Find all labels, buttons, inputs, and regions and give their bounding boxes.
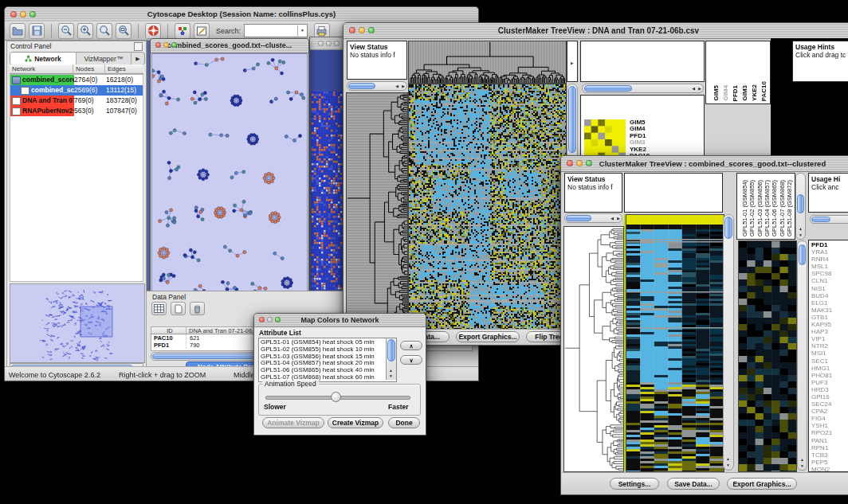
annotation-button[interactable] [194,23,210,39]
scroll-up-icon[interactable]: ▲ [800,458,804,462]
scroll-down-icon[interactable]: ▼ [800,464,804,468]
gene-label[interactable]: PEP5 [811,459,848,466]
gene-label[interactable]: PFD1 [811,241,848,248]
scroll-down-icon[interactable]: ▼ [799,233,803,237]
column-label[interactable]: GPL51-08 (GSM872) [786,180,793,236]
gene-label[interactable]: GPI16 [811,393,848,400]
gene-label[interactable]: CLN1 [811,277,848,284]
minimize-icon[interactable] [20,11,26,18]
tv2-zoom-heatmap[interactable] [738,240,797,472]
id-column-header[interactable]: ID [151,327,186,334]
tv1-heatmap[interactable] [408,84,567,330]
scroll-right-icon[interactable]: ▶ [698,87,701,91]
gene-label[interactable]: HRD3 [811,386,848,393]
attribute-list-item[interactable]: GPL51-01 (GSM854) heat shock 05 min [261,339,385,346]
speed-slider-thumb[interactable] [331,392,341,402]
close-icon[interactable] [10,11,17,18]
save-data-button[interactable]: Save Data... [667,478,720,490]
zoom-window-icon[interactable] [29,11,36,18]
network-list-row[interactable]: combined_scores2764(0)16218(0) [10,75,143,85]
attribute-list-item[interactable]: GPL51-06 (GSM865) heat shock 40 min [261,367,385,374]
column-label[interactable]: GIM3 [741,85,748,101]
scroll-left-icon[interactable]: ◀ [692,87,695,91]
chevron-right-icon[interactable]: ▶ [571,59,574,67]
column-label[interactable]: YKE2 [751,84,758,101]
scroll-right-icon[interactable]: ▶ [402,84,405,88]
scroll-left-icon[interactable]: ◀ [610,217,614,221]
minimize-icon[interactable] [267,317,273,322]
attribute-list-vscrollbar[interactable]: ▲ ▼ [386,338,396,380]
move-up-button[interactable]: ∧ [400,341,422,350]
attribute-list-item[interactable]: GPL51-03 (GSM856) heat shock 15 min [261,354,385,361]
network-graph-canvas[interactable] [151,53,308,295]
scroll-up-icon[interactable]: ▲ [726,457,730,461]
gene-label[interactable]: PUF3 [811,379,848,386]
zoom-selected-button[interactable] [96,23,112,39]
create-vizmap-button[interactable]: Create Vizmap [328,417,383,428]
minimize-icon[interactable] [576,160,583,166]
attribute-list-item[interactable]: GPL51-04 (GSM857) heat shock 20 min [261,360,385,367]
scrollbar-thumb[interactable] [799,244,806,265]
column-label[interactable]: GIM4 [722,85,729,101]
tv1-row-dendrogram[interactable] [346,92,408,330]
gene-label[interactable]: YSH1 [811,422,848,429]
close-icon[interactable] [349,27,355,33]
delete-attribute-button[interactable] [190,302,205,315]
gene-label[interactable]: MSI1 [811,350,848,357]
col-header-edges[interactable]: Edges [105,64,143,74]
gene-label[interactable]: RPN1 [811,444,848,451]
gene-label[interactable]: MSL1 [811,263,848,270]
gene-label[interactable]: HMG1 [811,365,848,372]
column-label[interactable]: GPL51-04 (GSM857) [764,180,771,236]
close-icon[interactable] [318,41,324,46]
tv2-status-hscrollbar[interactable]: ◀ ▶ [564,213,622,223]
animate-vizmap-button[interactable]: Animate Vizmap [262,417,324,428]
zoom-fit-button[interactable] [116,23,132,39]
search-input[interactable] [245,25,297,37]
export-graphics-button[interactable]: Export Graphics... [456,331,520,342]
gene-label[interactable]: SEC24 [811,400,848,408]
scrollbar-thumb[interactable] [348,83,375,89]
gene-label[interactable]: PHO81 [811,372,848,379]
float-panel-icon[interactable] [134,42,143,51]
scroll-up-icon[interactable]: ▲ [389,369,393,373]
gene-label[interactable]: TCB3 [811,451,848,459]
column-label[interactable]: PAC10 [760,81,768,101]
gene-label[interactable]: ELG1 [811,299,848,307]
gene-label[interactable]: MON2 [811,466,848,472]
close-icon[interactable] [155,42,161,48]
gene-label[interactable]: SEC1 [811,357,848,365]
col-header-network[interactable]: Network [10,64,73,74]
column-label[interactable]: GPL51-07 (GSM868) [779,180,786,236]
column-label[interactable]: PFD1 [732,85,739,101]
tab-network[interactable]: Network [10,53,77,64]
scroll-right-icon[interactable]: ▶ [617,217,620,221]
gene-label[interactable]: GTB1 [811,314,848,321]
network-overview-canvas[interactable] [10,283,145,363]
gene-label[interactable]: BUD4 [811,292,848,299]
scrollbar-thumb[interactable] [797,194,804,213]
gene-label[interactable]: VIP1 [811,335,848,342]
column-label[interactable]: GPL51-03 (GSM856) [756,180,764,236]
minimize-icon[interactable] [326,41,332,46]
tv2-heatmap[interactable] [626,214,724,472]
scroll-up-icon[interactable]: ▲ [799,227,803,231]
gene-label[interactable]: RNR4 [811,256,848,263]
gene-label[interactable]: NTR2 [811,342,848,350]
col-header-nodes[interactable]: Nodes [73,64,105,74]
scroll-down-icon[interactable]: ▼ [389,374,393,378]
attribute-list-item[interactable]: GPL51-02 (GSM855) heat shock 10 min [261,346,385,354]
attribute-table-button[interactable] [151,302,167,315]
new-attribute-button[interactable] [171,302,186,315]
gene-label[interactable]: SPC98 [811,270,848,277]
network-list-row[interactable]: RNAPuberNov2+563(0)107847(0) [10,106,143,116]
zoom-window-icon[interactable] [586,160,592,166]
tab-overflow-arrow[interactable]: ▶ [132,53,144,64]
scrollbar-thumb[interactable] [568,86,576,153]
gene-label[interactable]: CPA2 [811,408,848,415]
network-list-row[interactable]: combined_sco2569(6)13112(15) [10,85,143,96]
settings-button[interactable]: Settings... [610,478,659,490]
column-label[interactable]: GPL51-06 (GSM865) [771,180,778,236]
close-icon[interactable] [259,317,265,322]
tv2-collabels-vscrollbar[interactable]: ▲ ▼ [795,173,806,240]
